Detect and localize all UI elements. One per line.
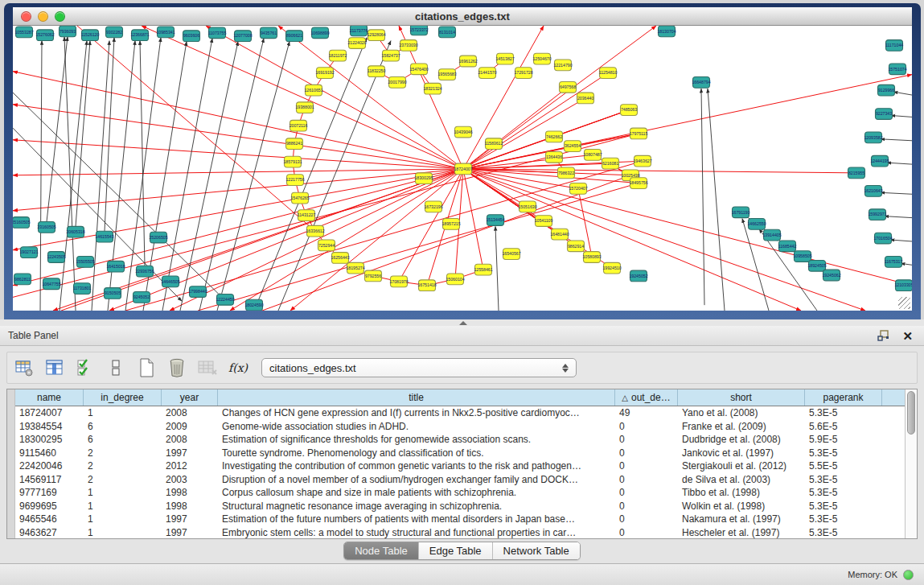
tab-edge-table[interactable]: Edge Table: [419, 542, 493, 559]
network-edge[interactable]: [893, 92, 912, 95]
network-node[interactable]: 17975115: [630, 128, 648, 139]
network-node[interactable]: 15505505: [76, 257, 94, 268]
network-edge[interactable]: [495, 226, 499, 311]
network-node[interactable]: 22936756: [135, 266, 154, 277]
table-selector-dropdown[interactable]: citations_edges.txt: [261, 358, 577, 377]
column-header-title[interactable]: title: [218, 389, 615, 406]
network-edge[interactable]: [13, 169, 463, 211]
network-node[interactable]: 14662550: [747, 219, 766, 230]
network-edge[interactable]: [890, 240, 912, 241]
network-node[interactable]: 18130704: [657, 26, 676, 37]
network-node[interactable]: 10985341: [156, 27, 175, 38]
network-node[interactable]: 15723372: [409, 26, 428, 35]
table-cell[interactable]: Wolkin et al. (1998): [678, 500, 805, 513]
tab-node-table[interactable]: Node Table: [344, 542, 419, 559]
network-node[interactable]: 15276062: [35, 30, 54, 41]
network-node[interactable]: 15992971: [868, 209, 886, 220]
table-cell[interactable]: 5.5E-5: [805, 459, 882, 473]
table-cell[interactable]: 5.3E-5: [805, 447, 882, 460]
column-header-year[interactable]: year: [162, 389, 218, 406]
table-cell[interactable]: 1: [84, 406, 162, 420]
network-node[interactable]: 12103305: [894, 280, 912, 291]
network-node[interactable]: 16540567: [502, 249, 520, 260]
network-node[interactable]: 18024590: [244, 299, 263, 311]
network-node[interactable]: 6497568: [560, 81, 577, 93]
network-node[interactable]: 11526120: [81, 30, 100, 41]
close-icon[interactable]: ✕: [902, 330, 913, 342]
table-cell[interactable]: Investigating the contribution of common…: [218, 459, 615, 473]
network-node[interactable]: 21441570: [478, 68, 496, 79]
network-node[interactable]: 10807487: [583, 150, 602, 161]
network-edge[interactable]: [891, 115, 912, 117]
network-node[interactable]: 14615543: [95, 231, 113, 242]
table-cell[interactable]: 5.9E-5: [805, 433, 882, 447]
table-cell[interactable]: 9463627: [15, 526, 84, 539]
table-cell[interactable]: 49: [615, 406, 678, 420]
network-node[interactable]: 15060104: [446, 274, 464, 285]
delete-column-icon[interactable]: [166, 357, 187, 378]
table-cell[interactable]: 1: [84, 500, 162, 513]
table-row[interactable]: 946554611997Estimation of the future num…: [15, 513, 905, 526]
network-node[interactable]: 2036440: [577, 93, 594, 104]
close-window-button[interactable]: [21, 11, 31, 22]
table-cell[interactable]: 6: [84, 433, 162, 447]
network-node[interactable]: 25160505: [13, 217, 31, 229]
table-cell[interactable]: 1997: [162, 513, 218, 526]
create-column-icon[interactable]: [136, 357, 157, 378]
network-node[interactable]: 17081978: [389, 276, 408, 287]
table-cell[interactable]: 6: [84, 420, 162, 434]
splitter-handle-icon[interactable]: [459, 321, 467, 325]
table-row[interactable]: 1456911722003Disruption of a novel membe…: [15, 473, 905, 487]
network-node[interactable]: 18579131: [283, 156, 302, 167]
network-edge[interactable]: [64, 37, 76, 311]
network-edge[interactable]: [92, 41, 109, 311]
network-edge[interactable]: [463, 169, 865, 311]
table-cell[interactable]: Estimation of the future numbers of pati…: [218, 513, 615, 526]
table-cell[interactable]: Corpus callosum shape and size in male p…: [218, 486, 615, 500]
table-cell[interactable]: 1997: [162, 447, 218, 460]
function-builder-icon[interactable]: f(x): [228, 357, 248, 378]
network-node[interactable]: 9792556: [365, 270, 382, 282]
network-edge[interactable]: [13, 169, 463, 175]
network-node[interactable]: 9435761: [261, 27, 277, 39]
table-cell[interactable]: 2008: [162, 433, 218, 447]
network-node[interactable]: 18924505: [807, 260, 826, 271]
table-cell[interactable]: Genome-wide association studies in ADHD.: [218, 420, 615, 434]
table-cell[interactable]: 5.3E-5: [805, 526, 882, 539]
table-row[interactable]: 2242004622012Investigating the contribut…: [15, 459, 905, 473]
network-node[interactable]: 21173776: [350, 26, 368, 36]
network-node[interactable]: 16415018: [106, 261, 125, 272]
network-node[interactable]: 16919192: [315, 68, 334, 79]
network-node[interactable]: 12610651: [304, 84, 322, 96]
network-node[interactable]: 23160505: [37, 221, 55, 233]
network-node[interactable]: 15476265: [290, 192, 309, 204]
table-cell[interactable]: Disruption of a novel member of a sodium…: [218, 473, 615, 487]
network-node[interactable]: 13914405: [762, 229, 781, 241]
network-edge[interactable]: [13, 169, 463, 250]
network-node[interactable]: 16336612: [306, 225, 324, 237]
table-cell[interactable]: Embryonic stem cells: a model to study s…: [218, 526, 615, 539]
table-cell[interactable]: Franke et al. (2009): [678, 420, 805, 434]
network-node[interactable]: 16961262: [458, 56, 477, 67]
table-cell[interactable]: Structural magnetic resonance image aver…: [218, 500, 615, 513]
table-cell[interactable]: 18724007: [15, 406, 84, 420]
table-cell[interactable]: 5.3E-5: [805, 500, 882, 513]
table-cell[interactable]: 0: [615, 420, 678, 434]
table-cell[interactable]: Nakamura et al. (1997): [678, 513, 805, 526]
network-node[interactable]: 12077008: [233, 31, 252, 42]
table-cell[interactable]: 0: [615, 459, 678, 473]
network-edge[interactable]: [40, 41, 42, 311]
network-node[interactable]: 11431227: [298, 210, 316, 221]
network-node[interactable]: 9886241: [286, 138, 303, 150]
network-node[interactable]: 11073755: [208, 27, 227, 39]
network-node[interactable]: 10580893: [582, 252, 601, 263]
table-cell[interactable]: Tibbo et al. (1998): [678, 486, 805, 500]
network-node[interactable]: 12224450: [216, 294, 234, 305]
network-node[interactable]: 19388001: [295, 102, 314, 113]
table-cell[interactable]: 5.3E-5: [805, 513, 882, 526]
table-cell[interactable]: de Silva et al. (2003): [678, 473, 805, 487]
network-node[interactable]: 18724007: [454, 163, 472, 175]
network-node[interactable]: 7986322: [558, 167, 575, 179]
column-header-in_degree[interactable]: in_degree: [84, 389, 162, 406]
network-node[interactable]: 15134454: [486, 215, 504, 226]
